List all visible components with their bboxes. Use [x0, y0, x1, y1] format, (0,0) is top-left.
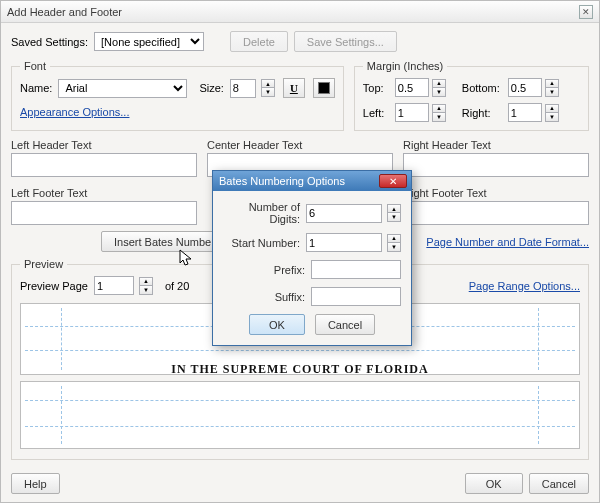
margin-right-label: Right:: [462, 107, 504, 119]
margin-right-input[interactable]: [508, 103, 542, 122]
margin-left-input[interactable]: [395, 103, 429, 122]
margin-bottom-input[interactable]: [508, 78, 542, 97]
font-size-input[interactable]: [230, 79, 256, 98]
margin-right-spinner[interactable]: ▲▼: [545, 104, 559, 122]
margin-top-spinner[interactable]: ▲▼: [432, 79, 446, 97]
page-range-options-link[interactable]: Page Range Options...: [469, 280, 580, 292]
margin-legend: Margin (Inches): [363, 60, 447, 72]
margin-top-input[interactable]: [395, 78, 429, 97]
number-of-digits-input[interactable]: [306, 204, 382, 223]
preview-page-total: of 20: [165, 280, 189, 292]
bates-numbering-options-dialog: Bates Numbering Options ✕ Number of Digi…: [212, 170, 412, 346]
text-color-icon[interactable]: [313, 78, 335, 98]
font-fieldset: Font Name: Arial Size: ▲▼ U Appearance O…: [11, 60, 344, 131]
right-header-input[interactable]: [403, 153, 589, 177]
modal-close-icon[interactable]: ✕: [379, 174, 407, 188]
font-legend: Font: [20, 60, 50, 72]
margin-bottom-label: Bottom:: [462, 82, 504, 94]
margin-bottom-spinner[interactable]: ▲▼: [545, 79, 559, 97]
preview-document-text: IN THE SUPREME COURT OF FLORIDA: [21, 362, 579, 375]
cancel-button[interactable]: Cancel: [529, 473, 589, 494]
delete-button[interactable]: Delete: [230, 31, 288, 52]
right-footer-label: Right Footer Text: [403, 187, 589, 199]
number-of-digits-label: Number of Digits:: [223, 201, 300, 225]
start-spinner[interactable]: ▲▼: [387, 234, 401, 252]
suffix-label: Suffix:: [275, 291, 305, 303]
ok-button[interactable]: OK: [465, 473, 523, 494]
start-number-label: Start Number:: [232, 237, 300, 249]
margin-left-label: Left:: [363, 107, 391, 119]
prefix-label: Prefix:: [274, 264, 305, 276]
right-header-label: Right Header Text: [403, 139, 589, 151]
window-title: Add Header and Footer: [7, 6, 122, 18]
preview-page-spinner[interactable]: ▲▼: [139, 277, 153, 295]
margin-top-label: Top:: [363, 82, 391, 94]
digits-spinner[interactable]: ▲▼: [387, 204, 401, 222]
preview-canvas-bottom: [20, 381, 580, 449]
save-settings-button[interactable]: Save Settings...: [294, 31, 397, 52]
modal-ok-button[interactable]: OK: [249, 314, 305, 335]
left-header-label: Left Header Text: [11, 139, 197, 151]
modal-cancel-button[interactable]: Cancel: [315, 314, 375, 335]
suffix-input[interactable]: [311, 287, 401, 306]
preview-page-input[interactable]: [94, 276, 134, 295]
left-footer-input[interactable]: [11, 201, 197, 225]
center-header-label: Center Header Text: [207, 139, 393, 151]
title-bar: Add Header and Footer ✕: [1, 1, 599, 23]
page-number-date-format-link[interactable]: Page Number and Date Format...: [426, 236, 589, 248]
preview-legend: Preview: [20, 258, 67, 270]
saved-settings-select[interactable]: [None specified]: [94, 32, 204, 51]
font-size-label: Size:: [199, 82, 223, 94]
right-footer-input[interactable]: [403, 201, 589, 225]
appearance-options-link[interactable]: Appearance Options...: [20, 106, 129, 118]
left-header-input[interactable]: [11, 153, 197, 177]
margin-fieldset: Margin (Inches) Top: ▲▼ Bottom: ▲▼ Left:…: [354, 60, 589, 131]
underline-icon[interactable]: U: [283, 78, 305, 98]
saved-settings-label: Saved Settings:: [11, 36, 88, 48]
font-name-label: Name:: [20, 82, 52, 94]
font-size-spinner[interactable]: ▲▼: [261, 79, 275, 97]
help-button[interactable]: Help: [11, 473, 60, 494]
left-footer-label: Left Footer Text: [11, 187, 197, 199]
font-name-select[interactable]: Arial: [58, 79, 187, 98]
start-number-input[interactable]: [306, 233, 382, 252]
margin-left-spinner[interactable]: ▲▼: [432, 104, 446, 122]
preview-page-label: Preview Page: [20, 280, 88, 292]
close-icon[interactable]: ✕: [579, 5, 593, 19]
prefix-input[interactable]: [311, 260, 401, 279]
modal-title: Bates Numbering Options: [219, 175, 345, 187]
modal-title-bar: Bates Numbering Options ✕: [213, 171, 411, 191]
